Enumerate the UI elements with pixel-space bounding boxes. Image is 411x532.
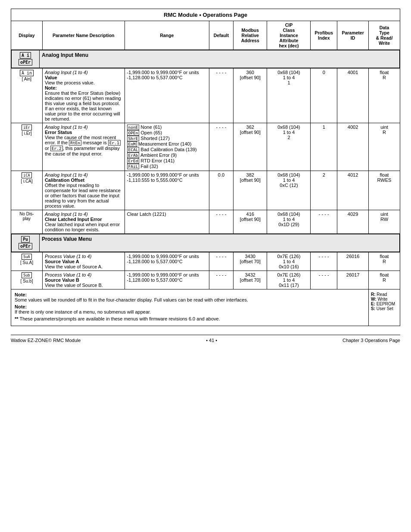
main-table: RMC Module • Operations Page Display Par… bbox=[11, 9, 400, 326]
sua-range: -1,999.000 to 9,999.000°F or units -1,12… bbox=[125, 252, 209, 271]
sub-label: [ Su.b] bbox=[21, 279, 33, 283]
table-row: SuA [ Su.A] Process Value (1 to 4) Sourc… bbox=[11, 252, 400, 271]
col-param-name: Parameter Name Description bbox=[42, 21, 125, 50]
pv-section-title: Process Value Menu bbox=[40, 234, 400, 252]
sub-data-type: floatR bbox=[369, 271, 400, 289]
table-row: iCA [ i.CA] Analog Input (1 to 4) Calibr… bbox=[11, 171, 400, 210]
sub-param-id: 26017 bbox=[337, 271, 369, 289]
analog-display-box-top: A i bbox=[20, 52, 31, 59]
ica-profibus: 2 bbox=[311, 171, 337, 210]
page-footer: Watlow EZ-ZONE© RMC Module • 41 • Chapte… bbox=[11, 335, 400, 343]
ier-profibus: 1 bbox=[311, 123, 337, 171]
analog-input-title: Analog Input Menu bbox=[40, 50, 400, 68]
table-row: Sub [ Su.b] Process Value (1 to 4) Sourc… bbox=[11, 271, 400, 289]
ica-display-box: iCA bbox=[22, 172, 31, 178]
sub-default: - - - - bbox=[209, 271, 233, 289]
nodisplay-default: - - - - bbox=[209, 210, 233, 234]
pv-display-box-bottom: oPEr bbox=[19, 243, 32, 249]
sub-display: Sub [ Su.b] bbox=[11, 271, 43, 289]
col-profibus: ProfibusIndex bbox=[311, 21, 337, 50]
ica-range: -1,999.000 to 9,999.000°F or units -1,11… bbox=[125, 171, 209, 210]
sua-profibus: - - - - bbox=[311, 252, 337, 271]
sua-data-type: floatR bbox=[369, 252, 400, 271]
nodisplay-param: Analog Input (1 to 4) Clear Latched Inpu… bbox=[42, 210, 125, 234]
ain-label: [ Ain] bbox=[22, 77, 31, 81]
footer-notes-row: Note: Some values will be rounded off to… bbox=[11, 289, 400, 326]
ica-param-id: 4012 bbox=[337, 171, 369, 210]
pv-display-box-top: Pu bbox=[21, 236, 30, 243]
ier-default: - - - - bbox=[209, 123, 233, 171]
ain-display-box: A in bbox=[20, 70, 34, 76]
title-row: RMC Module • Operations Page bbox=[11, 9, 400, 21]
nodisplay-modbus: 416[offset 90] bbox=[233, 210, 267, 234]
nodisplay-label: No Dis-play bbox=[19, 212, 34, 221]
ain-param-id: 4001 bbox=[337, 68, 369, 123]
sua-display: SuA [ Su.A] bbox=[11, 252, 43, 271]
ain-data-type: floatR bbox=[369, 68, 400, 123]
nodisplay-cip: 0x68 (104)1 to 40x1D (29) bbox=[267, 210, 311, 234]
sub-range: -1,999.000 to 9,999.000°F or units -1,12… bbox=[125, 271, 209, 289]
sua-param-id: 26016 bbox=[337, 252, 369, 271]
footer-left: Watlow EZ-ZONE© RMC Module bbox=[11, 338, 81, 343]
analog-input-display: A i oPEr bbox=[12, 50, 40, 68]
ier-param: Analog Input (1 to 4) Error Status View … bbox=[42, 123, 125, 171]
sua-default: - - - - bbox=[209, 252, 233, 271]
ain-modbus: 360[offset 90] bbox=[233, 68, 267, 123]
ica-data-type: floatRWES bbox=[369, 171, 400, 210]
page-wrapper: RMC Module • Operations Page Display Par… bbox=[0, 0, 411, 352]
ica-default: 0.0 bbox=[209, 171, 233, 210]
ica-label: [ i.CA] bbox=[21, 179, 32, 184]
nodisplay-display: No Dis-play bbox=[11, 210, 43, 234]
sua-modbus: 3430[offset 70] bbox=[233, 252, 267, 271]
ain-range: -1,999.000 to 9,999.000°F or units -1,12… bbox=[125, 68, 209, 123]
ica-modbus: 382[offset 90] bbox=[233, 171, 267, 210]
ier-data-type: uintR bbox=[369, 123, 400, 171]
col-data-type: DataType& Read/Write bbox=[369, 21, 400, 50]
col-default: Default bbox=[209, 21, 233, 50]
footer-note-2: Note: If there is only one instance of a… bbox=[15, 304, 365, 314]
sua-cip: 0x7E (126)1 to 40x10 (16) bbox=[267, 252, 311, 271]
ier-param-id: 4002 bbox=[337, 123, 369, 171]
ier-cip: 0x68 (104)1 to 42 bbox=[267, 123, 311, 171]
table-row: iEr [ i.Er] Analog Input (1 to 4) Error … bbox=[11, 123, 400, 171]
ica-cip: 0x68 (104)1 to 40xC (12) bbox=[267, 171, 311, 210]
sua-display-box: SuA bbox=[22, 254, 31, 260]
ain-display: A in [ Ain] bbox=[11, 68, 43, 123]
sub-modbus: 3432[offset 70] bbox=[233, 271, 267, 289]
col-param-id: Parameter ID bbox=[337, 21, 369, 50]
analog-input-section-header: A i oPEr Analog Input Menu bbox=[11, 50, 400, 68]
footer-notes-cell: Note: Some values will be rounded off to… bbox=[11, 289, 369, 326]
sub-profibus: - - - - bbox=[311, 271, 337, 289]
pv-section-display: Pu oPEr bbox=[12, 234, 40, 252]
table-row: A in [ Ain] Analog Input (1 to 4) Value … bbox=[11, 68, 400, 123]
nodisplay-range: Clear Latch (1221) bbox=[125, 210, 209, 234]
sua-label: [ Su.A] bbox=[20, 260, 33, 265]
nodisplay-param-id: 4029 bbox=[337, 210, 369, 234]
analog-display-box-bottom: oPEr bbox=[19, 59, 32, 65]
header-row: Display Parameter Name Description Range… bbox=[11, 21, 400, 50]
ain-cip: 0x68 (104)1 to 41 bbox=[267, 68, 311, 123]
ier-modbus: 362[offset 90] bbox=[233, 123, 267, 171]
col-cip: CIPClassInstanceAttributehex (dec) bbox=[267, 21, 311, 50]
table-row: No Dis-play Analog Input (1 to 4) Clear … bbox=[11, 210, 400, 234]
legend-cell: R: Read W: Write E: EEPROM S: User Set bbox=[369, 289, 400, 326]
sub-display-box: Sub bbox=[22, 272, 31, 278]
ain-default: - - - - bbox=[209, 68, 233, 123]
ain-param: Analog Input (1 to 4) Value View the pro… bbox=[42, 68, 125, 123]
ier-display: iEr [ i.Er] bbox=[11, 123, 43, 171]
col-modbus: ModbusRelativeAddress bbox=[233, 21, 267, 50]
ica-display: iCA [ i.CA] bbox=[11, 171, 43, 210]
nodisplay-profibus: - - - - bbox=[311, 210, 337, 234]
process-value-section-header: Pu oPEr Process Value Menu bbox=[11, 234, 400, 252]
nodisplay-data-type: uintRW bbox=[369, 210, 400, 234]
ier-display-box: iEr bbox=[22, 124, 31, 131]
sub-param: Process Value (1 to 4) Source Value B Vi… bbox=[42, 271, 125, 289]
sua-param: Process Value (1 to 4) Source Value A Vi… bbox=[42, 252, 125, 271]
footer-note-1: Note: Some values will be rounded off to… bbox=[15, 292, 365, 302]
ain-profibus: 0 bbox=[311, 68, 337, 123]
page-title: RMC Module • Operations Page bbox=[11, 9, 400, 21]
footer-right: Chapter 3 Operations Page bbox=[342, 338, 400, 343]
footer-center: • 41 • bbox=[206, 338, 217, 343]
footer-note-3: ** These parameters/prompts are availabl… bbox=[15, 316, 365, 321]
col-display: Display bbox=[11, 21, 43, 50]
